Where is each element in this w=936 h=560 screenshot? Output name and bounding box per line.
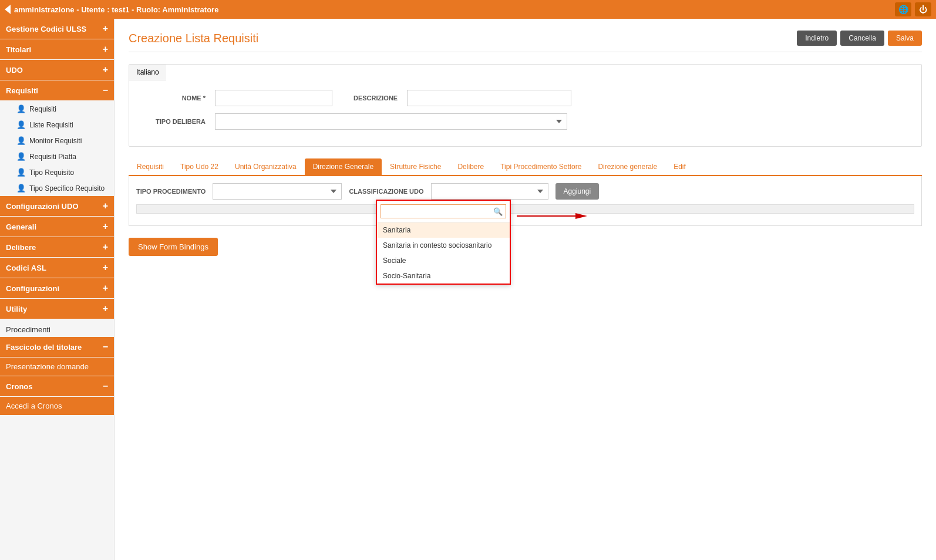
sidebar-item-configurazioni-udo[interactable]: Configurazioni UDO +	[0, 196, 114, 216]
sidebar-toggle-fascicolo: −	[103, 342, 108, 352]
tipo-delibera-label: TIPO DELIBERA	[141, 118, 206, 125]
dropdown-search-area: 🔍	[377, 201, 510, 222]
red-arrow-svg	[517, 210, 587, 222]
classificazione-select-wrapper	[431, 183, 548, 200]
sidebar-item-requisiti-piatta[interactable]: 👤 Requisiti Piatta	[0, 149, 114, 164]
indietro-button[interactable]: Indietro	[797, 31, 837, 46]
tipo-procedimento-select[interactable]	[213, 183, 342, 200]
sidebar-item-label: Tipo Specifico Requisito	[29, 184, 105, 193]
tab-tipo-udo-22[interactable]: Tipo Udo 22	[172, 158, 227, 175]
sidebar-toggle-cronos: −	[103, 381, 108, 392]
sidebar-item-presentazione[interactable]: Presentazione domande	[0, 357, 114, 376]
sidebar-item-generali[interactable]: Generali +	[0, 217, 114, 237]
search-wrapper: 🔍	[381, 204, 506, 218]
tab-direzione-generale[interactable]: Direzione Generale	[305, 158, 382, 175]
sidebar-toggle-generali: +	[103, 221, 108, 232]
lang-tab[interactable]: Italiano	[129, 65, 166, 80]
sidebar-section-label: Configurazioni	[6, 284, 59, 293]
action-buttons: Indietro Cancella Salva	[797, 31, 922, 46]
sidebar-toggle-delibere: +	[103, 242, 108, 252]
person-icon-4: 👤	[16, 152, 26, 161]
tab-direzione-generale-2[interactable]: Direzione generale	[590, 158, 665, 175]
classificazione-udo-label: CLASSIFICAZIONE UDO	[349, 188, 423, 195]
nome-input[interactable]	[215, 90, 332, 106]
sidebar-section-label: UDO	[6, 66, 23, 75]
form-body: NOME * DESCRIZIONE TIPO DELIBERA	[129, 80, 921, 146]
sidebar-item-label: Requisiti	[29, 105, 56, 113]
sidebar-item-fascicolo[interactable]: Fascicolo del titolare −	[0, 337, 114, 357]
sidebar-section-label: Gestione Codici ULSS	[6, 25, 86, 33]
tab-requisiti[interactable]: Requisiti	[129, 158, 172, 175]
dropdown-search-input[interactable]	[381, 204, 506, 218]
sidebar-group-procedimenti: Procedimenti	[0, 319, 114, 337]
tipo-procedimento-label: TIPO PROCEDIMENTO	[136, 188, 206, 195]
tab-strutture-fisiche[interactable]: Strutture Fisiche	[382, 158, 449, 175]
sidebar-item-accedi-cronos[interactable]: Accedi a Cronos	[0, 397, 114, 415]
show-form-bindings-button[interactable]: Show Form Bindings	[129, 238, 218, 256]
dropdown-item-socio-sanitaria[interactable]: Socio-Sanitaria	[377, 268, 510, 284]
sidebar-item-requisiti-link[interactable]: 👤 Requisiti	[0, 101, 114, 117]
tab-delibere[interactable]: Delibere	[449, 158, 492, 175]
sidebar-item-monitor-requisiti[interactable]: 👤 Monitor Requisiti	[0, 133, 114, 149]
power-button[interactable]: ⏻	[915, 2, 931, 16]
sidebar-section-label: Requisiti	[6, 86, 38, 95]
nome-row: NOME * DESCRIZIONE	[141, 90, 910, 106]
sidebar: Gestione Codici ULSS + Titolari + UDO + …	[0, 19, 115, 560]
sidebar-section-label: Generali	[6, 222, 36, 231]
sidebar-item-udo[interactable]: UDO +	[0, 60, 114, 80]
dropdown-item-sanitaria-contesto[interactable]: Sanitaria in contesto sociosanitario	[377, 238, 510, 253]
sidebar-item-label: Tipo Requisito	[29, 168, 74, 177]
aggiungi-button[interactable]: Aggiungi	[555, 183, 600, 200]
cancella-button[interactable]: Cancella	[840, 31, 884, 46]
dropdown-item-sociale[interactable]: Sociale	[377, 253, 510, 268]
classificazione-dropdown: 🔍 Sanitaria Sanitaria in contesto socios…	[376, 200, 511, 285]
sidebar-item-tipo-specifico[interactable]: 👤 Tipo Specifico Requisito	[0, 180, 114, 196]
back-arrow-icon[interactable]	[5, 5, 11, 14]
tipo-delibera-select[interactable]	[215, 113, 567, 130]
sidebar-item-codici-asl[interactable]: Codici ASL +	[0, 258, 114, 278]
main-content: Creazione Lista Requisiti Indietro Cance…	[115, 19, 936, 560]
classificazione-udo-select[interactable]	[431, 183, 548, 200]
sidebar-item-label: Liste Requisiti	[29, 121, 73, 129]
person-icon-2: 👤	[16, 120, 26, 129]
sidebar-item-requisiti[interactable]: Requisiti −	[0, 80, 114, 100]
nome-label: NOME *	[141, 95, 206, 102]
tipo-procedimento-row: TIPO PROCEDIMENTO CLASSIFICAZIONE UDO Ag…	[136, 183, 914, 200]
descrizione-input[interactable]	[407, 90, 571, 106]
sidebar-item-gestione-codici[interactable]: Gestione Codici ULSS +	[0, 19, 114, 39]
svg-marker-1	[575, 213, 587, 219]
sidebar-item-utility[interactable]: Utility +	[0, 299, 114, 319]
page-title: Creazione Lista Requisiti	[129, 32, 258, 45]
sidebar-toggle-utility: +	[103, 303, 108, 314]
dropdown-item-sanitaria[interactable]: Sanitaria	[377, 222, 510, 238]
sidebar-item-tipo-requisito[interactable]: 👤 Tipo Requisito	[0, 164, 114, 180]
sidebar-item-label: Accedi a Cronos	[6, 402, 62, 410]
sidebar-item-titolari[interactable]: Titolari +	[0, 39, 114, 59]
sidebar-item-configurazioni[interactable]: Configurazioni +	[0, 278, 114, 298]
salva-button[interactable]: Salva	[888, 31, 922, 46]
person-icon-3: 👤	[16, 136, 26, 145]
header-title: amministrazione - Utente : test1 - Ruolo…	[14, 5, 218, 14]
search-icon: 🔍	[493, 207, 503, 216]
globe-button[interactable]: 🌐	[895, 2, 911, 16]
header-right: 🌐 ⏻	[895, 2, 931, 16]
tab-edif[interactable]: Edif	[665, 158, 694, 175]
sidebar-section-label: Configurazioni UDO	[6, 202, 79, 211]
sidebar-toggle-conf-udo: +	[103, 201, 108, 211]
title-divider	[129, 52, 922, 52]
page-title-row: Creazione Lista Requisiti Indietro Cance…	[129, 31, 922, 46]
sidebar-item-delibere[interactable]: Delibere +	[0, 237, 114, 257]
header: amministrazione - Utente : test1 - Ruolo…	[0, 0, 936, 19]
sidebar-section-label: Titolari	[6, 45, 31, 54]
sidebar-item-cronos[interactable]: Cronos −	[0, 376, 114, 396]
sidebar-toggle-gestione: +	[103, 23, 108, 34]
tab-unita-organizzativa[interactable]: Unità Organizzativa	[227, 158, 305, 175]
sidebar-section-label: Cronos	[6, 382, 33, 391]
sidebar-section-label: Delibere	[6, 243, 36, 252]
sidebar-item-liste-requisiti[interactable]: 👤 Liste Requisiti	[0, 117, 114, 133]
tab-tipi-procedimento[interactable]: Tipi Procedimento Settore	[492, 158, 590, 175]
person-icon: 👤	[16, 104, 26, 113]
sidebar-toggle-udo: +	[103, 65, 108, 75]
form-container: Italiano NOME * DESCRIZIONE TIPO DELIBER…	[129, 64, 922, 147]
sidebar-item-label: Presentazione domande	[6, 362, 89, 371]
